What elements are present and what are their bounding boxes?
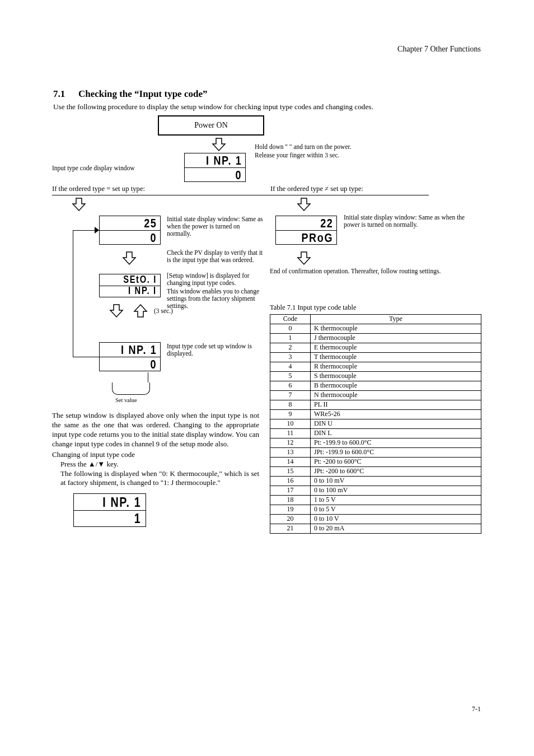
lcd-inp1: I NP. 1 0 [184,153,246,182]
lcd-seto: SEtO. I I NP. I [99,274,161,297]
lcd-prog: 22 PRoG [275,216,337,245]
down-arrow-icon [109,304,124,318]
seg-25: 25 [144,216,157,230]
section-intro: Use the following procedure to display t… [53,102,479,111]
left-pv-check: Check the PV display to verify that it i… [167,249,265,264]
chapter-header: Chapter 7 Other Functions [397,45,481,54]
lcd-inp1-bottom: I NP. 1 0 [99,342,161,371]
page-number: 7-1 [472,706,481,713]
page: Chapter 7 Other Functions 7.1 Checking t… [0,0,534,756]
hold-note-b: Release your finger within 3 sec. [255,152,339,159]
seg-0b: 0 [150,231,157,245]
code-table: CodeType 0K thermocouple 1J thermocouple… [270,314,481,534]
sp-line-2: This window enables you to change settin… [167,288,269,310]
seg-0c: 0 [150,357,157,371]
down-arrow-icon [122,251,137,265]
up-arrow-icon [133,304,148,318]
section-num: 7.1 [53,88,65,100]
down-arrow-icon [297,197,311,212]
lcd-25: 25 0 [99,216,161,245]
seg-prog: PRoG [301,231,333,245]
change-body: The following is displayed when "0: K th… [60,469,259,488]
change-press: Press the ▲/▼ key. [60,460,119,469]
seg-1: 1 [134,511,141,526]
down-arrow-icon [72,197,86,212]
table-title: Table 7.1 Input type code table [270,304,357,311]
sp-line-1: [Setup window] is displayed for changing… [167,272,269,287]
lcd-inp1-note: Input type code display window [52,165,175,172]
right-note-init: Initial state display window: Same as wh… [344,214,481,228]
seg-inp1c: I NP. 1 [121,343,157,357]
hold-note-a: Hold down " " and turn on the power. [255,143,352,151]
seg-0: 0 [235,168,242,182]
type-cell: K thermocouple [311,324,481,334]
down-arrow-icon [212,137,226,152]
seg-inp1b: I NP. I [128,285,157,297]
inp1-set-note: Input type code set up window is display… [167,343,265,357]
seg-seto: SEtO. I [123,274,157,286]
code-cell: 0 [270,324,311,334]
left-note-init: Initial state display window: Same as wh… [167,216,265,238]
right-end-note: End of confirmation operation. Thereafte… [270,268,480,275]
section-title: Checking the “Input type code” [78,88,207,100]
seg-inp1d: I NP. 1 [102,494,141,510]
branch-neq: If the ordered type ≠ set up type: [270,185,363,193]
para-explain: The setup window is displayed above only… [52,411,259,449]
seg-inp1: I NP. 1 [206,153,242,167]
change-title: Changing of input type code [52,451,135,459]
down-arrow-icon [297,251,311,265]
three-sec: (3 sec.) [154,307,173,315]
set-value-label: Set value [115,397,137,404]
power-on-box: Power ON [158,115,264,136]
seg-22: 22 [320,216,333,230]
branch-eq: If the ordered type = set up type: [52,185,145,193]
lcd-inp1-j: I NP. 1 1 [73,493,146,527]
